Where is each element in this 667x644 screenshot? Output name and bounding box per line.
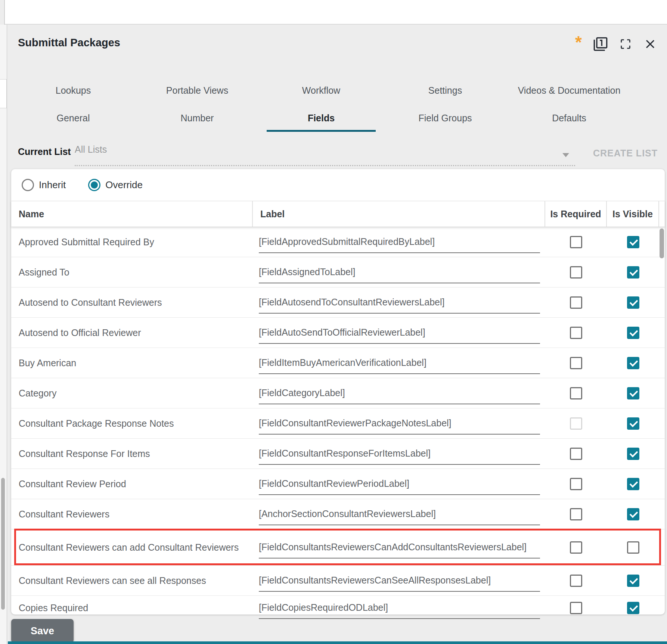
radio-label-override: Override bbox=[105, 179, 143, 191]
row-gutter bbox=[659, 439, 665, 469]
field-name-cell: Autosend to Official Reviewer bbox=[11, 318, 253, 348]
label-input[interactable]: [AnchorSectionConsultantReviewersLabel] bbox=[259, 508, 540, 525]
is-required-checkbox[interactable] bbox=[570, 296, 582, 309]
is-required-cell bbox=[545, 469, 607, 499]
row-gutter bbox=[659, 499, 665, 529]
field-label-cell: [FieldConsultantsReviewersCanAddConsulta… bbox=[253, 529, 545, 565]
is-required-cell bbox=[545, 499, 607, 529]
label-input[interactable]: [FieldCategoryLabel] bbox=[259, 388, 540, 404]
label-input[interactable]: [FieldAssignedToLabel] bbox=[259, 267, 540, 283]
window-top-bar-edge bbox=[4, 0, 5, 25]
is-visible-checkbox[interactable] bbox=[627, 478, 639, 490]
field-label-cell: [FieldConsultantsReviewersCanSeeAllRespo… bbox=[253, 566, 545, 595]
fullscreen-icon[interactable] bbox=[619, 38, 632, 50]
is-required-cell bbox=[545, 348, 607, 378]
is-visible-cell bbox=[607, 348, 659, 378]
is-visible-checkbox[interactable] bbox=[627, 387, 639, 399]
is-visible-checkbox[interactable] bbox=[627, 448, 639, 460]
is-visible-checkbox[interactable] bbox=[627, 327, 639, 339]
table-row: Consultant Package Response Notes[FieldC… bbox=[11, 408, 665, 438]
tab-settings[interactable]: Settings bbox=[383, 77, 507, 104]
tab-fields[interactable]: Fields bbox=[259, 104, 383, 132]
is-required-checkbox[interactable] bbox=[570, 575, 582, 587]
is-required-checkbox[interactable] bbox=[570, 508, 582, 520]
field-name-cell: Approved Submittal Required By bbox=[11, 227, 253, 257]
tab-defaults[interactable]: Defaults bbox=[507, 104, 631, 132]
label-input[interactable]: [FieldConsultantsReviewersCanSeeAllRespo… bbox=[259, 575, 540, 592]
is-required-checkbox[interactable] bbox=[570, 478, 582, 490]
row-gutter bbox=[659, 257, 665, 287]
field-name-cell: Consultant Package Response Notes bbox=[11, 408, 253, 438]
is-required-checkbox[interactable] bbox=[570, 236, 582, 248]
is-required-checkbox[interactable] bbox=[570, 541, 582, 554]
is-required-cell bbox=[545, 529, 607, 565]
row-gutter bbox=[659, 348, 665, 378]
is-visible-checkbox[interactable] bbox=[627, 236, 639, 248]
column-header-label: Label bbox=[253, 201, 545, 227]
stack-count-icon[interactable] bbox=[593, 37, 608, 52]
is-required-cell bbox=[545, 408, 607, 438]
save-button[interactable]: Save bbox=[11, 619, 74, 643]
row-gutter bbox=[659, 596, 665, 620]
table-scrollbar[interactable] bbox=[660, 228, 664, 258]
is-visible-checkbox[interactable] bbox=[627, 296, 639, 309]
tab-field-groups[interactable]: Field Groups bbox=[383, 104, 507, 132]
label-input[interactable]: [FieldConsultantResponseForItemsLabel] bbox=[259, 448, 540, 465]
tab-workflow[interactable]: Workflow bbox=[259, 77, 383, 104]
field-label-cell: [FieldAutosendToConsultantReviewersLabel… bbox=[253, 287, 545, 317]
tab-lookups[interactable]: Lookups bbox=[11, 77, 135, 104]
is-visible-checkbox[interactable] bbox=[627, 266, 639, 279]
tab-row-1: LookupsPortable ViewsWorkflowSettingsVid… bbox=[11, 77, 631, 104]
create-list-button[interactable]: CREATE LIST bbox=[593, 148, 658, 159]
tab-videos-documentation[interactable]: Videos & Documentation bbox=[507, 77, 631, 104]
is-visible-checkbox[interactable] bbox=[627, 541, 639, 554]
is-required-checkbox bbox=[570, 417, 582, 430]
is-required-cell bbox=[545, 439, 607, 469]
is-visible-cell bbox=[607, 439, 659, 469]
is-required-checkbox[interactable] bbox=[570, 448, 582, 460]
is-visible-cell bbox=[607, 529, 659, 565]
field-name-cell: Consultant Response For Items bbox=[11, 439, 253, 469]
is-visible-checkbox[interactable] bbox=[627, 417, 639, 430]
unsaved-indicator-icon: * bbox=[575, 38, 582, 50]
is-visible-cell bbox=[607, 227, 659, 257]
table-row: Consultant Response For Items[FieldConsu… bbox=[11, 438, 665, 469]
tab-general[interactable]: General bbox=[11, 104, 135, 132]
is-visible-checkbox[interactable] bbox=[627, 602, 639, 614]
is-visible-checkbox[interactable] bbox=[627, 575, 639, 587]
label-input[interactable]: [FieldConsultantReviewPeriodLabel] bbox=[259, 478, 540, 495]
is-required-checkbox[interactable] bbox=[570, 357, 582, 369]
tab-portable-views[interactable]: Portable Views bbox=[135, 77, 259, 104]
label-input[interactable]: [FieldItemBuyAmericanVerificationLabel] bbox=[259, 357, 540, 374]
tab-number[interactable]: Number bbox=[135, 104, 259, 132]
radio-inherit[interactable] bbox=[22, 179, 34, 191]
is-visible-checkbox[interactable] bbox=[627, 357, 639, 369]
is-required-checkbox[interactable] bbox=[570, 602, 582, 614]
label-input[interactable]: [FieldApprovedSubmittalRequiredByLabel] bbox=[259, 236, 540, 253]
is-visible-cell bbox=[607, 469, 659, 499]
label-input[interactable]: [FieldConsultantReviewerPackageNotesLabe… bbox=[259, 418, 540, 435]
label-input[interactable]: [FieldAutosendToConsultantReviewersLabel… bbox=[259, 297, 540, 314]
label-input[interactable]: [FieldConsultantsReviewersCanAddConsulta… bbox=[259, 542, 540, 559]
field-name-cell: Consultant Reviewers can add Consultant … bbox=[11, 529, 253, 565]
is-required-checkbox[interactable] bbox=[570, 266, 582, 279]
label-input[interactable]: [FieldAutoSendToOfficialReviewerLabel] bbox=[259, 327, 540, 344]
radio-override[interactable] bbox=[88, 179, 100, 191]
table-row: Assigned To[FieldAssignedToLabel] bbox=[11, 257, 665, 287]
current-list-select[interactable]: All Lists bbox=[75, 144, 575, 166]
is-required-cell bbox=[545, 257, 607, 287]
label-input[interactable]: [FieldCopiesRequiredODLabel] bbox=[259, 602, 540, 619]
table-row: Consultant Reviewers can see all Respons… bbox=[11, 565, 665, 595]
is-visible-cell bbox=[607, 318, 659, 348]
is-visible-checkbox[interactable] bbox=[627, 508, 639, 520]
is-required-checkbox[interactable] bbox=[570, 327, 582, 339]
radio-label-inherit: Inherit bbox=[39, 179, 66, 191]
page-scrollbar[interactable] bbox=[1, 478, 5, 610]
field-name-cell: Autosend to Consultant Reviewers bbox=[11, 287, 253, 317]
close-icon[interactable] bbox=[643, 37, 657, 51]
column-header-name: Name bbox=[11, 201, 253, 227]
table-row: Consultant Reviewers can add Consultant … bbox=[11, 529, 665, 565]
is-required-checkbox[interactable] bbox=[570, 387, 582, 399]
bottom-accent-bar bbox=[8, 641, 667, 644]
titlebar-actions: * bbox=[575, 34, 657, 54]
